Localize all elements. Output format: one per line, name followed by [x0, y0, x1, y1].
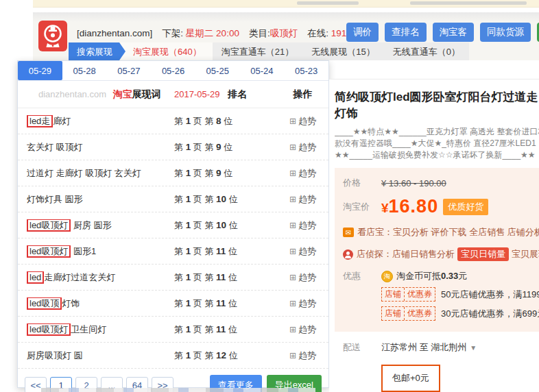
current-price: ¥16.80 [381, 196, 438, 217]
date-tab-05-27[interactable]: 05-27 [106, 61, 151, 80]
keyword-cell[interactable]: led走廊灯 [18, 115, 174, 127]
product-subtitle-line2: 款没有遥控器哦____★大促★_特惠价 直径27厘米LED1 [335, 138, 539, 149]
trend-link[interactable]: ⊞趋势 [277, 323, 328, 336]
coupon-row: 店铺优惠券 50元店铺优惠券，满1199元 [343, 287, 539, 302]
detective-badge-icon [343, 249, 353, 260]
online-label: 在线: [307, 28, 328, 38]
keyword-cell[interactable]: 过道灯 走廊灯 吸顶灯 玄关灯 [18, 167, 174, 180]
discount-label: 优惠 [343, 270, 381, 282]
trend-plus-icon: ⊞ [289, 247, 296, 256]
rank-cell: 第 1 页 第 11 位 [174, 245, 277, 258]
keyword-cell[interactable]: led吸顶灯 圆形1 [18, 245, 174, 258]
coupon-ticket-icon[interactable]: 店铺优惠券 [381, 287, 435, 302]
tab-taobao-display[interactable]: 淘宝展现（640） [119, 42, 213, 60]
trend-link[interactable]: ⊞趋势 [277, 245, 328, 258]
item-daily-sales-badge[interactable]: 宝贝日销量 [457, 247, 509, 261]
product-title: 简约吸顶灯led圆形卧室灯阳台灯过道走 灯饰 [335, 89, 539, 122]
keyword-text: 玄关灯 吸顶灯 [27, 142, 83, 152]
trend-plus-icon: ⊞ [289, 351, 296, 360]
coupon-text: 30元店铺优惠券，满699元 [441, 308, 539, 320]
trend-link[interactable]: ⊞趋势 [277, 271, 328, 284]
free-shipping-option[interactable]: 包邮+0元 [381, 365, 440, 392]
taobao-price-row: 淘宝价 ¥16.80 优质好货 [343, 196, 539, 217]
tab-wireless-ztc[interactable]: 无线直通车（0） [384, 42, 469, 60]
check-rank-button[interactable]: 查排名 [385, 23, 427, 42]
trend-link[interactable]: ⊞趋势 [277, 141, 328, 154]
original-price-row: 价格 ¥ 13.60 - 190.00 [343, 177, 539, 189]
trend-plus-icon: ⊞ [289, 169, 296, 178]
quality-badge: 优质好货 [443, 199, 488, 215]
date-tab-05-25[interactable]: 05-25 [195, 61, 240, 80]
trend-label: 趋势 [298, 324, 316, 334]
price-value: 16.80 [389, 196, 439, 217]
rank-label: 排名 [228, 88, 247, 99]
trend-link[interactable]: ⊞趋势 [277, 297, 328, 310]
trend-label: 趋势 [298, 194, 316, 204]
shipping-route[interactable]: 江苏常州 至 湖北荆州 [381, 341, 466, 354]
coupon-row: 店铺优惠券 30元店铺优惠券，满699元 [343, 306, 539, 321]
tab-search-display[interactable]: 搜索展现 [69, 42, 119, 60]
keyword-highlight: led吸顶灯 [27, 323, 71, 336]
trend-label: 趋势 [298, 220, 316, 230]
trend-plus-icon: ⊞ [289, 117, 296, 126]
date-tab-05-23[interactable]: 05-23 [284, 61, 328, 80]
rank-cell: 第 1 页 第 11 位 [174, 297, 277, 310]
trend-link[interactable]: ⊞趋势 [277, 115, 328, 127]
trend-link[interactable]: ⊞趋势 [277, 219, 328, 232]
trend-link[interactable]: ⊞趋势 [277, 350, 328, 362]
keyword-cell[interactable]: 厨房吸顶灯 圆 [18, 350, 174, 362]
tab-taobao-ztc[interactable]: 淘宝直通车（21） [213, 42, 302, 60]
price-box: 价格 ¥ 13.60 - 190.00 淘宝价 ¥16.80 优质好货 ✉ 看店… [335, 168, 539, 332]
category-value: 吸顶灯 [270, 28, 298, 38]
date-tab-05-26[interactable]: 05-26 [151, 61, 195, 80]
table-row: led走廊灯过道玄关灯 第 1 页 第 11 位 ⊞趋势 [18, 265, 328, 291]
trend-plus-icon: ⊞ [289, 143, 296, 152]
table-row: led走廊灯 第 1 页 第 8 位 ⊞趋势 [18, 108, 328, 134]
date-tab-05-28[interactable]: 05-28 [62, 61, 107, 80]
keyword-cell[interactable]: led吸顶灯 厨房 圆形 [18, 219, 174, 232]
product-title-line1: 简约吸顶灯led圆形卧室灯阳台灯过道走 [335, 89, 539, 106]
keyword-cell[interactable]: 玄关灯 吸顶灯 [18, 141, 174, 154]
keyword-column-header: dianzhentan.com 淘宝展现词 [18, 88, 174, 101]
coupon-ticket-icon[interactable]: 店铺优惠券 [381, 306, 435, 321]
product-subtitle-line3: ★★_____运输破损免费补发☆☆承诺坏了换新____★★ [335, 149, 539, 161]
trend-link[interactable]: ⊞趋势 [277, 167, 328, 180]
trend-link[interactable]: ⊞趋势 [277, 193, 328, 206]
action-column-header: 操作 [277, 88, 328, 101]
product-title-line2: 灯饰 [335, 106, 539, 122]
brand-red-text: 淘宝 [113, 88, 132, 99]
shipping-label: 配送 [343, 341, 381, 354]
coin-discount-value: 0.33 [441, 271, 458, 281]
same-source-button[interactable]: 同款货源 [480, 23, 531, 42]
tab-wireless-display[interactable]: 无线展现（15） [302, 42, 383, 60]
keyword-cell[interactable]: led吸顶灯卫生间灯 [18, 323, 174, 336]
trend-plus-icon: ⊞ [289, 195, 296, 204]
shop-daily-sales-link[interactable]: 店铺日销售分析 [392, 248, 455, 260]
keyword-text: 厨房吸顶灯 圆 [27, 350, 83, 360]
keyword-cell[interactable]: led走廊灯过道玄关灯 [18, 271, 174, 284]
keyword-text: 灯饰 [62, 298, 80, 308]
table-row: led吸顶灯 圆形1 第 1 页 第 11 位 ⊞趋势 [18, 238, 328, 265]
adjust-price-button[interactable]: 调价 [346, 23, 379, 42]
keyword-cell[interactable]: led吸顶灯饰 [18, 297, 174, 310]
kandianbao-links[interactable]: 宝贝分析 评价下载 全店销售 店铺分析 [393, 226, 539, 238]
keyword-text: 廊灯 [53, 116, 71, 126]
item-impressions-link[interactable]: 宝贝展现词 [512, 248, 539, 260]
envelope-icon: ✉ [343, 228, 354, 237]
keyword-highlight: led [27, 271, 44, 284]
category-label: 类目: [249, 28, 270, 38]
rank-column-header: 2017-05-29 排名 [174, 88, 277, 101]
table-row: 灯饰灯具 圆形 第 1 页 第 10 位 ⊞趋势 [18, 186, 328, 212]
kandianbao-label: 看店宝： [357, 226, 393, 238]
channel-tabs: 搜索展现 淘宝展现（640） 淘宝直通车（21） 无线展现（15） 无线直通车（… [69, 42, 469, 60]
discount-row: 优惠 淘 淘金币可抵0.33元 [343, 270, 539, 282]
date-tab-05-24[interactable]: 05-24 [240, 61, 285, 80]
trend-label: 趋势 [298, 168, 316, 178]
dropdown-arrow-icon[interactable]: ▼ [470, 344, 477, 352]
date-tab-05-29[interactable]: 05-29 [18, 61, 62, 80]
keyword-cell[interactable]: 灯饰灯具 圆形 [18, 193, 174, 206]
coupon-text: 50元店铺优惠券，满1199元 [441, 289, 539, 301]
column-title: 展现词 [132, 88, 161, 99]
taobaoke-button[interactable]: 淘宝客 [433, 23, 475, 42]
table-header: dianzhentan.com 淘宝展现词 2017-05-29 排名 操作 [18, 81, 328, 108]
